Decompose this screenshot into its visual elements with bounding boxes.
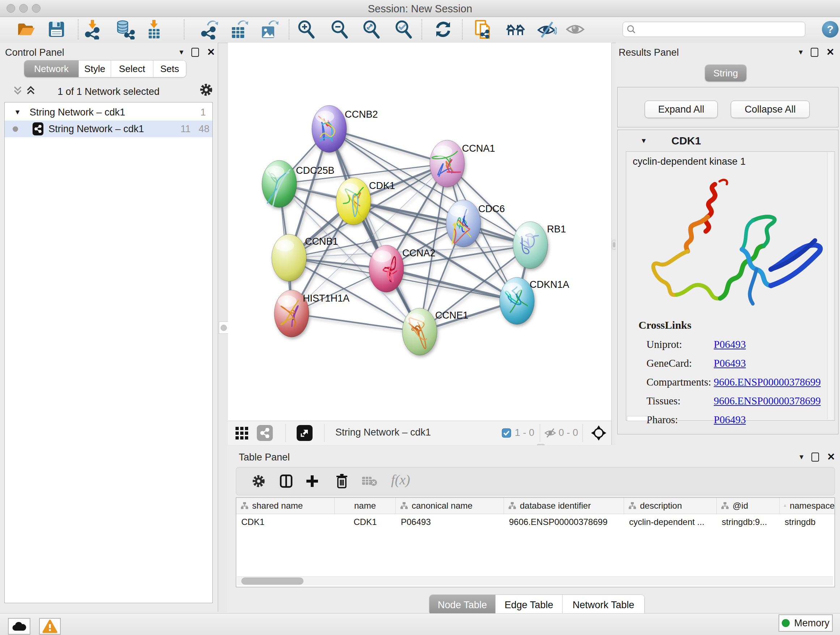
panel-menu-icon[interactable]: ▾ (799, 452, 804, 462)
gear-icon[interactable] (199, 82, 213, 98)
network-node-CCNA1[interactable] (430, 140, 464, 187)
edge-count: 48 (199, 124, 210, 135)
function-builder-icon[interactable]: f(x) (391, 472, 410, 488)
crosslink-link[interactable]: 9606.ENSP00000378699 (714, 376, 821, 388)
network-node-RB1[interactable] (513, 222, 548, 269)
cytoscape-window: Session: New Session (0, 0, 840, 635)
column-header[interactable]: @id (717, 498, 780, 514)
column-header[interactable]: description (624, 498, 717, 514)
delete-table-icon[interactable] (362, 475, 377, 488)
zoom-selected-icon[interactable] (393, 19, 414, 40)
tab-sets[interactable]: Sets (153, 60, 186, 77)
tab-edge-table[interactable]: Edge Table (496, 595, 562, 615)
expand-all-button[interactable]: Expand All (645, 101, 718, 118)
network-node-CDK1[interactable] (336, 178, 371, 225)
column-header[interactable]: name (335, 498, 396, 514)
import-table-icon[interactable] (144, 19, 164, 40)
panel-menu-icon[interactable]: ▾ (180, 48, 183, 57)
tab-style[interactable]: Style (79, 60, 111, 77)
import-network-database-icon[interactable] (115, 19, 135, 40)
warning-button[interactable] (39, 618, 61, 635)
tab-network-table[interactable]: Network Table (562, 595, 644, 615)
results-scrollbar[interactable] (827, 152, 833, 420)
tab-node-table[interactable]: Node Table (429, 595, 496, 615)
triangle-down-icon[interactable]: ▼ (640, 137, 647, 145)
close-panel-icon[interactable]: ✕ (207, 46, 215, 58)
double-house-icon[interactable] (505, 19, 526, 40)
zoom-out-icon[interactable] (329, 19, 349, 40)
network-node-CCNB2[interactable] (312, 105, 347, 152)
expand-all-networks-icon[interactable] (25, 85, 36, 98)
hierarchy-icon (721, 502, 729, 510)
fit-content-crosshair-icon[interactable] (591, 424, 607, 443)
collapse-all-networks-icon[interactable] (12, 85, 23, 98)
hide-selected-eye-icon[interactable] (537, 19, 557, 40)
search-field[interactable] (622, 22, 805, 37)
column-header[interactable]: canonical name (396, 498, 504, 514)
float-panel-icon[interactable] (811, 48, 818, 57)
crosslink-link[interactable]: P06493 (714, 339, 746, 350)
selected-checkbox-icon[interactable] (502, 428, 511, 439)
delete-columns-icon[interactable] (335, 473, 349, 491)
close-panel-icon[interactable]: ✕ (827, 451, 835, 463)
memory-button[interactable]: Memory (778, 614, 833, 632)
left-splitter-handle[interactable] (219, 321, 228, 334)
toolbar-separator (289, 19, 289, 40)
export-network-icon[interactable] (199, 19, 219, 40)
tab-string[interactable]: String (705, 65, 746, 81)
crosslink-label: Uniprot: (646, 335, 714, 354)
export-image-icon[interactable] (259, 19, 279, 40)
scrollbar-thumb[interactable] (241, 578, 303, 585)
zoom-fit-icon[interactable] (361, 19, 381, 40)
float-panel-icon[interactable] (812, 453, 819, 462)
network-node-CCNA2[interactable] (369, 245, 404, 292)
network-view-icon[interactable] (257, 425, 273, 441)
protein-section: ▼ CDK1 cyclin-dependent kinase 1 (617, 130, 838, 434)
protein-structure-image (633, 173, 829, 311)
network-canvas[interactable]: CCNB2CCNA1CDC25BCDK1CDC6RB1CCNB1CCNA2CDK… (228, 43, 612, 421)
column-header[interactable]: namespace (780, 498, 835, 514)
import-network-file-icon[interactable] (82, 19, 103, 40)
close-panel-icon[interactable]: ✕ (826, 46, 835, 58)
create-column-icon[interactable] (305, 474, 319, 490)
help-icon[interactable]: ? (822, 21, 838, 38)
triangle-down-icon[interactable]: ▼ (14, 108, 21, 116)
cloud-button[interactable] (8, 618, 30, 635)
network-edge[interactable] (329, 129, 447, 164)
tab-select[interactable]: Select (111, 60, 153, 77)
float-panel-icon[interactable] (191, 48, 199, 57)
crosslink-link[interactable]: 9606.ENSP00000378699 (714, 395, 821, 407)
panel-menu-icon[interactable]: ▾ (799, 48, 803, 57)
network-node-CCNB1[interactable] (272, 234, 306, 281)
refresh-icon[interactable] (433, 19, 453, 40)
network-edge[interactable] (292, 314, 420, 332)
search-input[interactable] (639, 24, 805, 35)
show-all-eye-icon[interactable] (565, 19, 585, 40)
save-session-icon[interactable] (46, 19, 66, 40)
network-node-CDC6[interactable] (446, 200, 481, 247)
cell-id: stringdb:9... (717, 514, 780, 530)
network-node-CCNE1[interactable] (402, 308, 437, 355)
export-table-icon[interactable] (229, 19, 249, 40)
tab-network[interactable]: Network (24, 60, 79, 77)
column-header[interactable]: shared name (236, 498, 335, 514)
select-columns-icon[interactable] (279, 474, 294, 490)
crosslink-link[interactable]: P06493 (714, 357, 746, 369)
grid-view-icon[interactable] (235, 426, 249, 442)
network-collection-row[interactable]: ▼ String Network – cdk1 1 (5, 104, 212, 120)
hierarchy-icon (628, 502, 636, 510)
network-node-CDC25B[interactable] (262, 160, 297, 207)
open-session-icon[interactable] (16, 19, 36, 40)
toolbar-separator (462, 19, 463, 40)
table-gear-icon[interactable] (251, 474, 266, 490)
copy-network-icon[interactable] (474, 19, 494, 40)
network-node-CDKN1A[interactable] (500, 277, 534, 325)
column-header[interactable]: database identifier (504, 498, 624, 514)
table-row[interactable]: CDK1 CDK1 P06493 9606.ENSP00000378699 cy… (236, 514, 835, 530)
collapse-all-button[interactable]: Collapse All (731, 101, 810, 118)
zoom-in-icon[interactable] (296, 19, 316, 40)
network-row-selected[interactable]: String Network – cdk1 11 48 (5, 120, 212, 137)
table-horizontal-scrollbar[interactable] (237, 576, 833, 585)
birds-eye-view-icon[interactable] (297, 425, 313, 441)
crosslink-link[interactable]: P06493 (714, 414, 746, 425)
